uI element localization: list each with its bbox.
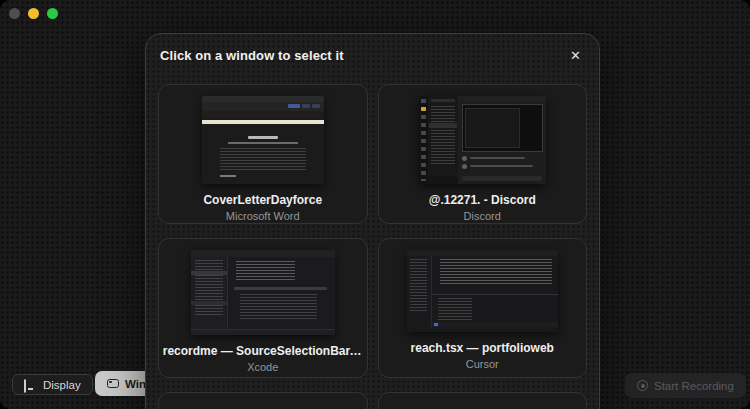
close-icon[interactable]: ✕: [570, 49, 581, 62]
window-title: recordme — SourceSelectionBar.swift: [163, 344, 363, 358]
screen-recorder-window: Display Window Start Recording Click on …: [0, 0, 750, 409]
window-card-word[interactable]: CoverLetterDayforce Microsoft Word: [158, 84, 368, 224]
window-app-name: Xcode: [247, 361, 278, 373]
close-window-icon[interactable]: [9, 8, 20, 19]
window-app-name: Discord: [464, 210, 501, 222]
window-card-discord[interactable]: @.12271. - Discord Discord: [378, 84, 588, 224]
discord-window-thumbnail: [419, 96, 546, 184]
window-app-name: Microsoft Word: [226, 210, 300, 222]
window-card-grid: CoverLetterDayforce Microsoft Word: [146, 63, 599, 409]
display-source-button[interactable]: Display: [12, 374, 93, 395]
modal-title: Click on a window to select it: [160, 48, 344, 63]
window-icon: [107, 379, 119, 388]
window-app-name: Cursor: [466, 358, 499, 370]
zoom-window-icon[interactable]: [47, 8, 58, 19]
traffic-lights: [9, 8, 58, 19]
record-icon: [637, 380, 648, 391]
cursor-window-thumbnail: [407, 250, 558, 332]
window-title: CoverLetterDayforce: [203, 193, 322, 207]
minimize-window-icon[interactable]: [28, 8, 39, 19]
window-title: @.12271. - Discord: [429, 193, 536, 207]
window-title: reach.tsx — portfolioweb: [411, 341, 554, 355]
window-card-partial[interactable]: [378, 392, 588, 409]
start-recording-button[interactable]: Start Recording: [625, 373, 746, 398]
xcode-window-thumbnail: [191, 250, 335, 335]
display-icon: [24, 380, 37, 390]
window-card-partial[interactable]: [158, 392, 368, 409]
modal-header: Click on a window to select it ✕: [146, 34, 599, 63]
window-card-cursor[interactable]: reach.tsx — portfolioweb Cursor: [378, 238, 588, 378]
window-picker-modal: Click on a window to select it ✕: [145, 33, 600, 409]
window-card-xcode[interactable]: recordme — SourceSelectionBar.swift Xcod…: [158, 238, 368, 378]
start-recording-label: Start Recording: [654, 380, 734, 392]
word-window-thumbnail: [202, 96, 324, 184]
display-button-label: Display: [43, 379, 81, 391]
